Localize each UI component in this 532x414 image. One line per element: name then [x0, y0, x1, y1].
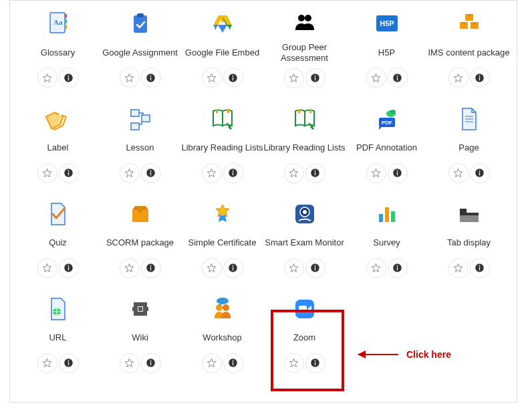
info-button[interactable]: [388, 258, 408, 278]
info-button[interactable]: [59, 258, 79, 278]
info-button[interactable]: [223, 258, 243, 278]
reading-list-icon: [208, 104, 237, 134]
activity-lesson[interactable]: Lesson: [99, 104, 181, 183]
info-button[interactable]: [141, 163, 161, 183]
activity-label: Lesson: [126, 138, 154, 159]
activity-glossary[interactable]: AaGlossary: [17, 9, 99, 88]
star-button[interactable]: [366, 163, 386, 183]
activity-google-assignment[interactable]: Google Assignment: [99, 9, 181, 88]
info-button[interactable]: [305, 68, 325, 88]
activity-page[interactable]: Page: [428, 104, 510, 183]
activity-quiz[interactable]: Quiz: [17, 199, 99, 278]
activity-library-reading-lists-1[interactable]: Library Reading Lists: [181, 104, 263, 183]
star-button[interactable]: [37, 353, 57, 373]
activity-label: Library Reading Lists: [181, 138, 263, 159]
zoom-icon: [290, 294, 319, 324]
tab-icon: [454, 199, 484, 229]
info-button[interactable]: [470, 258, 490, 278]
star-button[interactable]: [202, 353, 222, 373]
activity-url[interactable]: URL: [17, 294, 99, 373]
info-button[interactable]: [305, 353, 325, 373]
info-button[interactable]: [223, 163, 243, 183]
star-button[interactable]: [366, 258, 386, 278]
info-button[interactable]: [59, 353, 79, 373]
glossary-icon: Aa: [43, 9, 73, 38]
svg-rect-44: [479, 77, 480, 80]
info-button[interactable]: [141, 68, 161, 88]
star-button[interactable]: [37, 163, 57, 183]
info-button[interactable]: [223, 68, 243, 88]
star-button[interactable]: [284, 163, 304, 183]
info-button[interactable]: [305, 258, 325, 278]
star-button[interactable]: [202, 163, 222, 183]
info-button[interactable]: [141, 258, 161, 278]
group-icon: [290, 9, 319, 38]
activity-pdf-annotation[interactable]: PDFPDF Annotation: [346, 104, 428, 183]
activity-survey[interactable]: Survey: [346, 199, 428, 278]
star-button[interactable]: [120, 163, 140, 183]
url-icon: [43, 294, 73, 324]
star-button[interactable]: [448, 68, 469, 88]
activity-tab-display[interactable]: Tab display: [428, 199, 510, 278]
annotation-text: Click here: [406, 349, 451, 360]
star-button[interactable]: [120, 353, 140, 373]
star-button[interactable]: [120, 258, 140, 278]
info-button[interactable]: [470, 163, 490, 183]
svg-rect-107: [460, 209, 467, 213]
activity-scorm-package[interactable]: SCORM package: [99, 199, 181, 278]
activity-group-peer-assessment[interactable]: Group Peer Assessment: [263, 9, 346, 88]
svg-point-115: [68, 360, 70, 362]
info-button[interactable]: [388, 163, 408, 183]
activity-actions: [284, 163, 325, 183]
activity-label: Tab display: [447, 233, 491, 254]
star-button[interactable]: [284, 353, 304, 373]
info-button[interactable]: [223, 353, 243, 373]
star-button[interactable]: [37, 258, 57, 278]
svg-rect-57: [227, 109, 229, 113]
activity-actions: [448, 163, 490, 183]
svg-marker-90: [216, 205, 229, 217]
svg-point-45: [479, 75, 481, 76]
star-button[interactable]: [120, 68, 140, 88]
activity-wiki[interactable]: Wiki: [99, 294, 181, 373]
info-button[interactable]: [141, 353, 161, 373]
svg-point-36: [397, 75, 398, 76]
activity-label: Quiz: [49, 233, 67, 254]
info-button[interactable]: [59, 163, 79, 183]
star-button[interactable]: [448, 258, 469, 278]
star-button[interactable]: [448, 163, 469, 183]
star-button[interactable]: [366, 68, 386, 88]
activity-library-reading-lists-2[interactable]: Library Reading Lists: [263, 104, 346, 183]
svg-rect-56: [216, 109, 218, 113]
star-button[interactable]: [37, 68, 57, 88]
star-button[interactable]: [284, 68, 304, 88]
page-icon: [454, 104, 484, 134]
activity-actions: [202, 163, 243, 183]
activity-simple-certificate[interactable]: Simple Certificate: [181, 199, 263, 278]
svg-point-55: [150, 171, 152, 172]
info-button[interactable]: [388, 68, 408, 88]
survey-icon: [372, 199, 402, 229]
activity-actions: [284, 68, 325, 88]
info-button[interactable]: [59, 68, 79, 88]
google-assignment-icon: [126, 9, 155, 38]
info-button[interactable]: [470, 68, 490, 88]
activity-workshop[interactable]: Workshop: [181, 294, 263, 373]
activity-h5p[interactable]: H5PH5P: [346, 9, 428, 88]
activity-zoom[interactable]: Zoom: [263, 294, 346, 373]
star-button[interactable]: [202, 68, 222, 88]
activity-ims-content-package[interactable]: IMS content package: [428, 9, 510, 88]
svg-rect-120: [138, 307, 142, 311]
svg-point-67: [315, 171, 316, 172]
svg-point-31: [315, 76, 316, 77]
activity-actions: [284, 258, 325, 278]
activity-smart-exam-monitor[interactable]: Smart Exam Monitor: [263, 199, 346, 278]
activity-google-file-embed[interactable]: Google File Embed: [181, 9, 263, 88]
activity-actions: [284, 353, 325, 373]
info-button[interactable]: [305, 163, 325, 183]
star-button[interactable]: [284, 258, 304, 278]
svg-rect-52: [131, 123, 139, 130]
star-button[interactable]: [202, 258, 222, 278]
activity-label[interactable]: Label: [17, 104, 99, 183]
pdf-icon: PDF: [372, 104, 402, 134]
